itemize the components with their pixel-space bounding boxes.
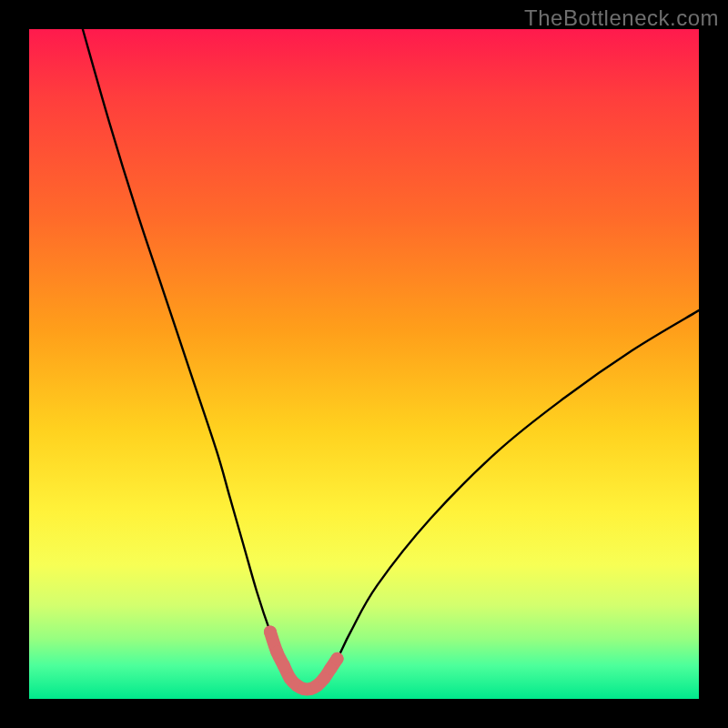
bottleneck-curve: [83, 29, 699, 689]
chart-svg: [29, 29, 699, 699]
safe-zone-dot: [331, 652, 344, 665]
watermark-text: TheBottleneck.com: [524, 5, 719, 31]
safe-zone-dot: [264, 625, 277, 638]
safe-zone-dot: [278, 659, 290, 672]
safe-zone-dot: [270, 645, 283, 658]
chart-frame: [29, 29, 699, 699]
